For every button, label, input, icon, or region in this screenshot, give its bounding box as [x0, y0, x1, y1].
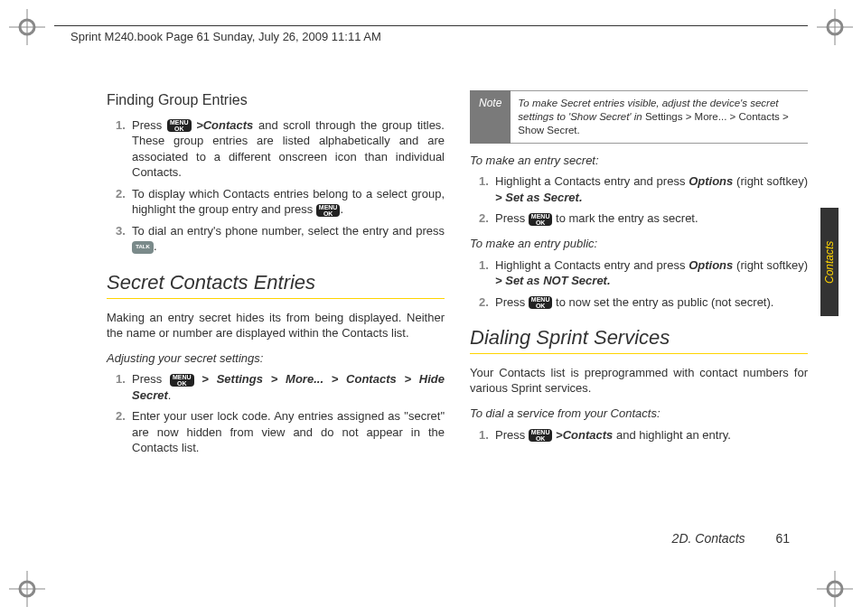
- list-number: 1.: [116, 117, 132, 181]
- talk-key-icon: TALK: [132, 241, 154, 254]
- list-item: 2. Press MENUOK to now set the entry as …: [479, 294, 808, 311]
- right-column: Note To make Secret entries visible, adj…: [470, 90, 808, 562]
- subheading: To dial a service from your Contacts:: [470, 406, 808, 422]
- list-body: Highlight a Contacts entry and press Opt…: [495, 173, 808, 205]
- list-number: 3.: [116, 223, 132, 255]
- subheading: To make an entry public:: [470, 236, 808, 252]
- list-number: 1.: [479, 257, 495, 289]
- secret-settings-list: 1. Press MENUOK > Settings > More... > C…: [116, 371, 445, 456]
- list-body: Press MENUOK >Contacts and highlight an …: [495, 427, 808, 443]
- menu-ok-key-icon: MENUOK: [167, 119, 192, 132]
- finding-group-list: 1. Press MENUOK >Contacts and scroll thr…: [116, 117, 445, 255]
- crop-mark-icon: [817, 9, 853, 45]
- menu-ok-key-icon: MENUOK: [316, 204, 341, 217]
- footer-page-number: 61: [775, 531, 790, 546]
- list-item: 2. Press MENUOK to mark the entry as sec…: [479, 210, 808, 227]
- crop-mark-icon: [817, 571, 853, 607]
- book-header-line: Sprint M240.book Page 61 Sunday, July 26…: [70, 30, 381, 43]
- crop-mark-icon: [9, 571, 45, 607]
- heading-finding-group: Finding Group Entries: [107, 90, 445, 110]
- list-item: 2. Enter your user lock code. Any entrie…: [116, 408, 445, 456]
- list-body: Press MENUOK to now set the entry as pub…: [495, 294, 808, 311]
- heading-rule: [470, 353, 808, 354]
- left-column: Finding Group Entries 1. Press MENUOK >C…: [107, 90, 445, 562]
- subheading: To make an entry secret:: [470, 153, 808, 169]
- list-item: 1. Highlight a Contacts entry and press …: [479, 257, 808, 289]
- paragraph: Making an entry secret hides its from be…: [107, 310, 445, 341]
- heading-dialing-sprint: Dialing Sprint Services: [470, 324, 808, 351]
- list-number: 1.: [479, 427, 495, 443]
- page-content: Finding Group Entries 1. Press MENUOK >C…: [107, 90, 808, 562]
- paragraph: Your Contacts list is preprogrammed with…: [470, 365, 808, 397]
- menu-ok-key-icon: MENUOK: [170, 374, 194, 387]
- list-item: 2. To display which Contacts entries bel…: [116, 186, 445, 218]
- menu-ok-key-icon: MENUOK: [529, 296, 553, 309]
- dial-service-list: 1. Press MENUOK >Contacts and highlight …: [479, 427, 808, 443]
- list-item: 1. Press MENUOK > Settings > More... > C…: [116, 371, 445, 403]
- menu-ok-key-icon: MENUOK: [529, 213, 553, 226]
- footer-section: 2D. Contacts: [672, 531, 745, 546]
- list-item: 1. Highlight a Contacts entry and press …: [479, 173, 808, 205]
- list-item: 1. Press MENUOK >Contacts and highlight …: [479, 427, 808, 443]
- list-number: 2.: [116, 186, 132, 218]
- heading-secret-contacts: Secret Contacts Entries: [107, 269, 445, 296]
- header-rule: [54, 25, 808, 26]
- make-secret-list: 1. Highlight a Contacts entry and press …: [479, 173, 808, 227]
- section-tab: Contacts: [820, 208, 839, 316]
- list-body: Press MENUOK >Contacts and scroll throug…: [132, 117, 445, 181]
- list-number: 2.: [479, 294, 495, 311]
- list-item: 1. Press MENUOK >Contacts and scroll thr…: [116, 117, 445, 181]
- crop-mark-icon: [9, 9, 45, 45]
- list-body: Highlight a Contacts entry and press Opt…: [495, 257, 808, 289]
- note-body: To make Secret entries visible, adjust t…: [511, 90, 808, 144]
- list-number: 1.: [116, 371, 132, 403]
- note-label: Note: [470, 90, 511, 144]
- make-public-list: 1. Highlight a Contacts entry and press …: [479, 257, 808, 311]
- subheading: Adjusting your secret settings:: [107, 350, 445, 367]
- list-item: 3. To dial an entry's phone number, sele…: [116, 223, 445, 255]
- menu-ok-key-icon: MENUOK: [529, 429, 553, 442]
- list-number: 2.: [116, 408, 132, 456]
- list-number: 1.: [479, 173, 495, 205]
- page-footer: 2D. Contacts 61: [672, 531, 790, 546]
- list-body: Enter your user lock code. Any entries a…: [132, 408, 445, 456]
- list-body: Press MENUOK > Settings > More... > Cont…: [132, 371, 445, 403]
- list-body: To display which Contacts entries belong…: [132, 186, 445, 218]
- list-body: To dial an entry's phone number, select …: [132, 223, 445, 255]
- heading-rule: [107, 298, 445, 299]
- list-body: Press MENUOK to mark the entry as secret…: [495, 210, 808, 227]
- note-box: Note To make Secret entries visible, adj…: [470, 90, 808, 144]
- list-number: 2.: [479, 210, 495, 227]
